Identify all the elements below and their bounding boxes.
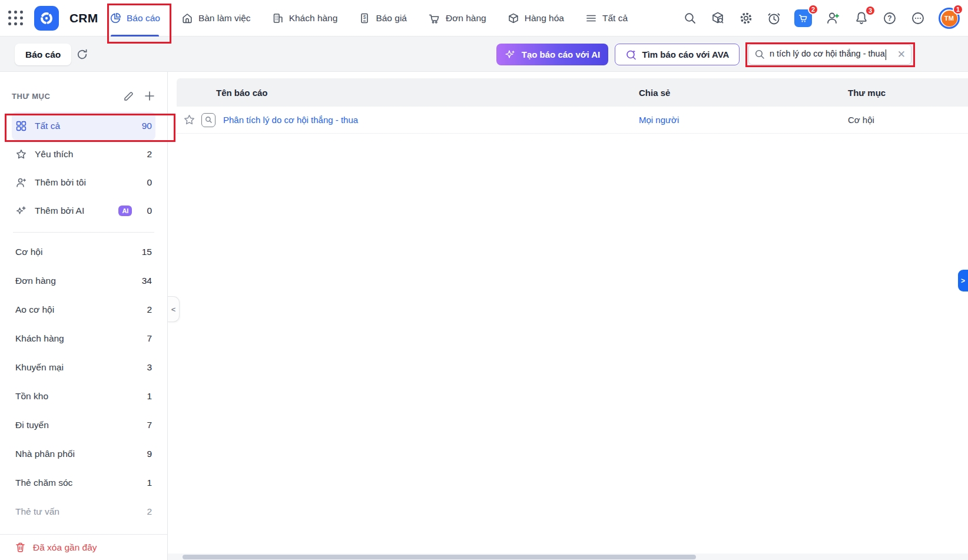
pie-chart-icon (110, 12, 121, 24)
cart-app-icon[interactable]: 2 (794, 9, 812, 27)
sidebar-item-favorites[interactable]: Yêu thích 2 (12, 140, 155, 168)
top-navigation: CRM Báo cáo Bàn làm việc Khách hàng (0, 0, 968, 37)
add-folder-icon[interactable] (144, 90, 155, 102)
search-icon (754, 49, 765, 60)
chevron-left-icon: < (171, 305, 176, 314)
folder-count: 2 (147, 506, 152, 517)
app-grid-icon[interactable] (8, 11, 24, 26)
right-panel-expand-button[interactable]: > (958, 270, 968, 291)
tab-khach-hang[interactable]: Khách hàng (272, 0, 338, 37)
sidebar-folder-the-cham-soc[interactable]: Thẻ chăm sóc 1 (12, 468, 155, 497)
tab-ban-lam-viec[interactable]: Bàn làm việc (181, 0, 251, 37)
folder-count: 2 (147, 304, 152, 315)
help-icon[interactable]: ? (882, 11, 897, 26)
cart-icon (428, 12, 440, 24)
horizontal-scrollbar[interactable] (168, 554, 968, 560)
logo-swirl-icon (39, 11, 54, 26)
alarm-icon[interactable] (767, 11, 781, 26)
grid-icon (15, 120, 27, 132)
sidebar-folder-co-hoi[interactable]: Cơ hội 15 (12, 237, 155, 266)
sidebar-folder-nha-phan-phoi[interactable]: Nhà phân phối 9 (12, 439, 155, 468)
sidebar-item-label: Thêm bởi AI (35, 206, 84, 216)
table-row[interactable]: Phân tích lý do cơ hội thắng - thua Mọi … (177, 107, 968, 134)
tab-tat-ca[interactable]: Tất cả (585, 0, 628, 37)
building-icon (272, 12, 284, 24)
sidebar-folder-di-tuyen[interactable]: Đi tuyến 7 (12, 410, 155, 439)
add-user-icon[interactable] (825, 11, 841, 26)
sidebar-item-added-by-me[interactable]: Thêm bởi tôi 0 (12, 168, 155, 197)
clear-search-icon[interactable]: ✕ (897, 49, 906, 59)
tab-label: Bàn làm việc (198, 13, 251, 24)
sidebar-divider (13, 232, 154, 233)
tab-label: Báo cáo (127, 13, 160, 24)
search-input[interactable]: n tích lý do cơ hội thắng - thua ✕ (748, 44, 911, 65)
tab-don-hang[interactable]: Đơn hàng (428, 0, 486, 37)
sidebar-item-added-by-ai[interactable]: Thêm bởi AI AI 0 (12, 197, 155, 225)
folder-label: Ao cơ hội (15, 304, 54, 315)
product-search-icon[interactable] (710, 11, 725, 26)
page-title-button[interactable]: Báo cáo (15, 44, 71, 65)
preview-icon[interactable] (201, 113, 216, 127)
sidebar-folder-don-hang[interactable]: Đơn hàng 34 (12, 266, 155, 295)
sidebar-item-all[interactable]: Tất cả 90 (12, 112, 155, 140)
sidebar-folder-khuyen-mai[interactable]: Khuyến mại 3 (12, 353, 155, 382)
star-icon (15, 148, 27, 160)
sparkles-icon (505, 49, 516, 61)
folder-label: Khách hàng (15, 333, 64, 344)
favorite-star-icon[interactable] (183, 114, 195, 126)
sidebar-item-count: 0 (147, 177, 152, 188)
tab-label: Đơn hàng (446, 13, 486, 24)
sidebar-folder-ao-co-hoi[interactable]: Ao cơ hội 2 (12, 295, 155, 324)
column-header-share[interactable]: Chia sẻ (639, 88, 848, 98)
find-report-ava-label: Tìm báo cáo với AVA (642, 49, 730, 59)
recently-deleted-button[interactable]: Đã xóa gần đây (0, 534, 167, 560)
sparkles-icon (15, 205, 27, 217)
crm-logo[interactable] (34, 6, 59, 31)
svg-text:$: $ (363, 14, 366, 20)
search-sparkle-icon (625, 49, 637, 61)
trash-icon (15, 542, 26, 553)
column-header-folder[interactable]: Thư mục (848, 88, 968, 98)
tab-bao-gia[interactable]: $ Báo giá (359, 0, 407, 37)
sidebar-folder-khach-hang[interactable]: Khách hàng 7 (12, 324, 155, 353)
column-header-name[interactable]: Tên báo cáo (177, 88, 639, 98)
table-header: Tên báo cáo Chia sẻ Thư mục (177, 78, 968, 107)
more-icon[interactable] (910, 11, 926, 26)
avatar-badge: 1 (953, 4, 963, 15)
chevron-right-icon: > (961, 277, 965, 285)
bell-icon[interactable]: 3 (854, 11, 869, 26)
scrollbar-thumb[interactable] (183, 555, 696, 559)
folder-label: Thẻ chăm sóc (15, 478, 72, 488)
find-report-ava-button[interactable]: Tìm báo cáo với AVA (615, 44, 740, 65)
folder-label: Khuyến mại (15, 362, 64, 373)
folder-count: 1 (147, 391, 152, 402)
search-input-value: n tích lý do cơ hội thắng - thua (770, 49, 893, 59)
avatar[interactable]: TM 1 (939, 8, 960, 29)
sidebar-item-label: Thêm bởi tôi (35, 177, 86, 188)
main-tabs: Báo cáo Bàn làm việc Khách hàng $ (110, 0, 628, 37)
sidebar-folder-the-tu-van[interactable]: Thẻ tư vấn 2 (12, 497, 155, 526)
tab-bao-cao[interactable]: Báo cáo (110, 0, 160, 37)
report-name-link[interactable]: Phân tích lý do cơ hội thắng - thua (223, 115, 358, 125)
folder-label: Tồn kho (15, 391, 48, 402)
invoice-icon: $ (359, 12, 370, 24)
bell-badge: 3 (865, 5, 876, 16)
app-name: CRM (69, 11, 98, 25)
tab-label: Tất cả (602, 13, 628, 24)
tab-hang-hoa[interactable]: Hàng hóa (508, 0, 564, 37)
text-caret (886, 49, 887, 60)
package-icon (508, 12, 519, 24)
refresh-icon[interactable] (75, 48, 89, 61)
sidebar: THƯ MỤC Tất cả 90 (0, 72, 168, 560)
search-icon[interactable] (683, 11, 697, 25)
folder-label: Đơn hàng (15, 276, 56, 286)
sidebar-item-count: 90 (142, 121, 152, 131)
report-share-link[interactable]: Mọi người (639, 115, 679, 125)
edit-folders-icon[interactable] (123, 91, 134, 102)
sidebar-item-count: 2 (147, 149, 152, 160)
sidebar-collapse-handle[interactable]: < (168, 296, 180, 322)
sidebar-folder-ton-kho[interactable]: Tồn kho 1 (12, 382, 155, 410)
gear-icon[interactable] (738, 11, 754, 26)
create-report-ai-button[interactable]: Tạo báo cáo với AI (496, 44, 608, 65)
page-toolbar: Báo cáo Tạo báo cáo với AI Tìm báo cáo v… (0, 37, 968, 72)
